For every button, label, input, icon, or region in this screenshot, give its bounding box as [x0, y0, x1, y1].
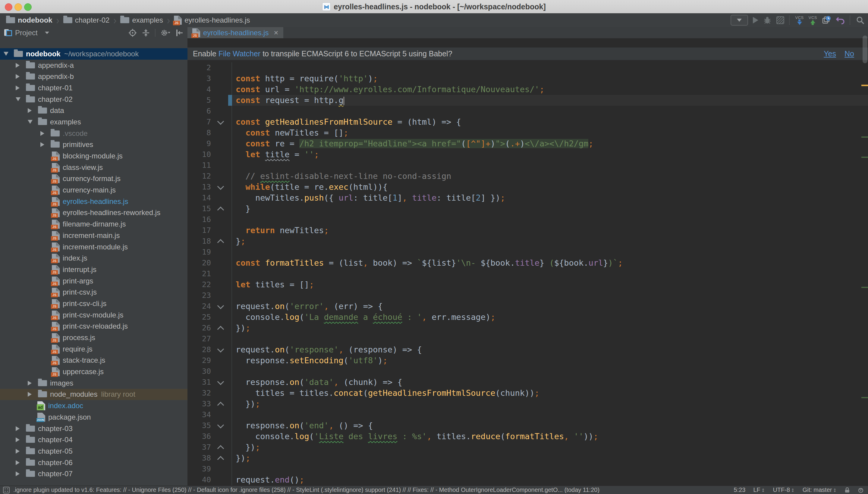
file-watcher-link[interactable]: File Watcher: [219, 50, 260, 58]
chevron-collapsed-icon[interactable]: [28, 381, 38, 385]
fold-region-open-icon[interactable]: [217, 346, 224, 353]
chevron-expanded-icon[interactable]: [16, 97, 26, 101]
banner-yes-link[interactable]: Yes: [824, 50, 836, 58]
tree-item-chapter-05[interactable]: chapter-05: [0, 445, 187, 457]
typo-stripe-mark[interactable]: [861, 157, 868, 158]
tree-item-images[interactable]: images: [0, 377, 187, 389]
window-maximize-button[interactable]: [24, 3, 32, 11]
line-number[interactable]: 34: [187, 410, 214, 420]
code-line-16[interactable]: 16: [187, 214, 868, 225]
gutter[interactable]: [214, 388, 232, 399]
code-line-24[interactable]: 24request.on('error', (err) => {: [187, 301, 868, 312]
line-number[interactable]: 16: [187, 214, 214, 225]
code-line-21[interactable]: 21: [187, 268, 868, 279]
tree-item-examples[interactable]: examples: [0, 116, 187, 128]
code-line-3[interactable]: 3const http = require('http');: [187, 73, 868, 84]
line-number[interactable]: 22: [187, 279, 214, 290]
chevron-collapsed-icon[interactable]: [16, 471, 26, 476]
fold-region-end-icon[interactable]: [217, 402, 224, 409]
tree-item-require.js[interactable]: JSrequire.js: [0, 343, 187, 355]
gutter[interactable]: [214, 149, 232, 160]
gutter[interactable]: [214, 279, 232, 290]
inspection-profile-icon[interactable]: [858, 487, 864, 493]
line-number[interactable]: 12: [187, 171, 214, 182]
window-minimize-button[interactable]: [15, 3, 22, 11]
line-number[interactable]: 18: [187, 236, 214, 247]
code-line-32[interactable]: 32 titles = titles.concat(getHeadlinesFr…: [187, 388, 868, 399]
line-number[interactable]: 19: [187, 247, 214, 258]
code-line-12[interactable]: 12 // eslint-disable-next-line no-cond-a…: [187, 171, 868, 182]
tree-item-appendix-b[interactable]: appendix-b: [0, 71, 187, 82]
tree-item-uppercase.js[interactable]: JSuppercase.js: [0, 366, 187, 377]
run-with-coverage-icon[interactable]: [776, 16, 784, 24]
tree-item-eyrolles-headlines-reworked.js[interactable]: JSeyrolles-headlines-reworked.js: [0, 207, 187, 219]
tree-item-chapter-06[interactable]: chapter-06: [0, 457, 187, 469]
tree-item-class-view.js[interactable]: JSclass-view.js: [0, 162, 187, 173]
line-number[interactable]: 5: [187, 95, 214, 106]
code-line-29[interactable]: 29 response.setEncoding('utf8');: [187, 355, 868, 366]
tree-item-print-csv-reloaded.js[interactable]: JSprint-csv-reloaded.js: [0, 321, 187, 332]
code-line-20[interactable]: 20const formatTitles = (list, book) => `…: [187, 258, 868, 268]
tree-item-package.json[interactable]: JSONpackage.json: [0, 412, 187, 423]
gutter[interactable]: [214, 160, 232, 171]
tree-item-print-args[interactable]: JSprint-args: [0, 275, 187, 287]
chevron-collapsed-icon[interactable]: [16, 426, 26, 431]
code-line-6[interactable]: 6: [187, 106, 868, 117]
code-line-34[interactable]: 34: [187, 410, 868, 420]
tab-eyrolles-headlines[interactable]: JS eyrolles-headlines.js ✕: [187, 27, 283, 38]
tree-item-chapter-07[interactable]: chapter-07: [0, 468, 187, 479]
chevron-collapsed-icon[interactable]: [16, 63, 26, 68]
gutter[interactable]: [214, 463, 232, 474]
tree-item-nodebook[interactable]: nodebook~/workspace/nodebook: [0, 48, 187, 60]
line-number[interactable]: 21: [187, 268, 214, 279]
line-number[interactable]: 29: [187, 355, 214, 366]
code-line-13[interactable]: 13 while(title = re.exec(html)){: [187, 182, 868, 192]
gutter[interactable]: [214, 182, 232, 192]
vcs-commit-icon[interactable]: VCS: [809, 16, 817, 25]
fold-region-open-icon[interactable]: [217, 302, 224, 309]
line-number[interactable]: 11: [187, 160, 214, 171]
search-everywhere-icon[interactable]: [856, 16, 864, 24]
tree-item-currency-main.js[interactable]: JScurrency-main.js: [0, 184, 187, 196]
gutter[interactable]: [214, 225, 232, 236]
window-close-button[interactable]: [5, 3, 12, 11]
code-line-10[interactable]: 10 let title = '';: [187, 149, 868, 160]
code-line-15[interactable]: 15 }: [187, 203, 868, 214]
fold-region-end-icon[interactable]: [217, 207, 224, 213]
code-line-17[interactable]: 17 return newTitles;: [187, 225, 868, 236]
typo-stripe-mark[interactable]: [861, 397, 868, 398]
line-number[interactable]: 15: [187, 203, 214, 214]
collapse-all-icon[interactable]: [142, 28, 150, 37]
fold-region-open-icon[interactable]: [217, 422, 224, 429]
gutter[interactable]: [214, 192, 232, 203]
tab-close-icon[interactable]: ✕: [273, 29, 278, 36]
gutter[interactable]: [214, 312, 232, 323]
line-number[interactable]: 4: [187, 84, 214, 95]
tree-item-index.adoc[interactable]: adindex.adoc: [0, 400, 187, 412]
tree-item-chapter-01[interactable]: chapter-01: [0, 82, 187, 94]
gutter[interactable]: [214, 138, 232, 149]
code-line-36[interactable]: 36 console.log('Liste des livres : %s', …: [187, 431, 868, 442]
code-line-14[interactable]: 14 newTitles.push({ url: title[1], title…: [187, 192, 868, 203]
chevron-collapsed-icon[interactable]: [28, 392, 38, 397]
run-icon[interactable]: [753, 17, 758, 23]
debug-bug-icon[interactable]: [763, 16, 772, 24]
chevron-collapsed-icon[interactable]: [40, 131, 51, 136]
fold-region-end-icon[interactable]: [217, 456, 224, 463]
chevron-expanded-icon[interactable]: [4, 52, 14, 56]
project-view-selector[interactable]: Project: [0, 28, 49, 37]
tree-item-process.js[interactable]: JSprocess.js: [0, 332, 187, 343]
line-number[interactable]: 37: [187, 442, 214, 453]
write-access-lock-icon[interactable]: [845, 487, 850, 493]
tree-item-data[interactable]: data: [0, 105, 187, 116]
line-number[interactable]: 38: [187, 453, 214, 463]
gutter[interactable]: [214, 258, 232, 268]
gutter[interactable]: [214, 95, 232, 106]
gutter[interactable]: [214, 117, 232, 128]
line-number[interactable]: 14: [187, 192, 214, 203]
code-line-11[interactable]: 11: [187, 160, 868, 171]
hide-panel-icon[interactable]: [176, 28, 183, 37]
code-line-37[interactable]: 37 });: [187, 442, 868, 453]
tree-item-currency-format.js[interactable]: JScurrency-format.js: [0, 173, 187, 185]
code-line-23[interactable]: 23: [187, 290, 868, 301]
